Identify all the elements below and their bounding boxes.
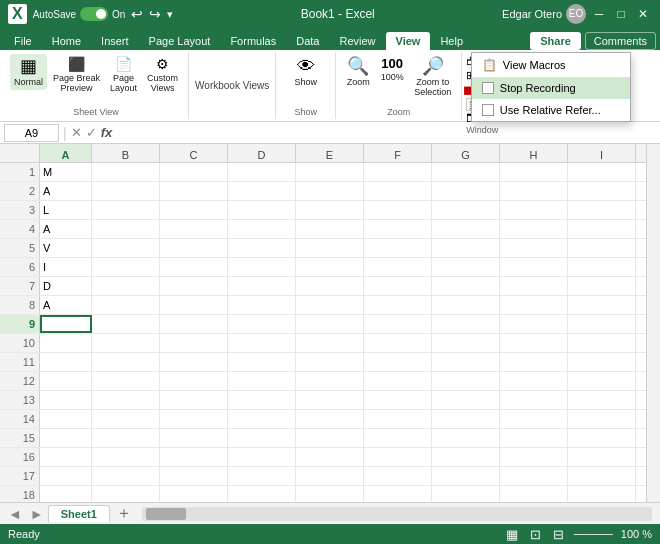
cell[interactable]	[228, 334, 296, 352]
cell[interactable]	[432, 391, 500, 409]
tab-review[interactable]: Review	[329, 32, 385, 50]
cell[interactable]	[296, 334, 364, 352]
minimize-button[interactable]: ─	[590, 5, 608, 23]
cell[interactable]	[296, 163, 364, 181]
cell[interactable]: A	[40, 220, 92, 238]
cell[interactable]	[92, 315, 160, 333]
tab-nav-right[interactable]: ►	[26, 506, 48, 522]
cell[interactable]	[296, 353, 364, 371]
cell[interactable]	[500, 315, 568, 333]
cell[interactable]	[160, 448, 228, 466]
col-header-B[interactable]: B	[92, 144, 160, 162]
tab-help[interactable]: Help	[430, 32, 473, 50]
cell[interactable]	[500, 239, 568, 257]
sheet-tab-sheet1[interactable]: Sheet1	[48, 505, 110, 522]
cell[interactable]	[364, 277, 432, 295]
redo-icon[interactable]: ↪	[149, 6, 161, 22]
cell[interactable]	[40, 315, 92, 333]
formula-input[interactable]	[116, 124, 656, 142]
cell[interactable]	[228, 277, 296, 295]
cell[interactable]	[568, 258, 636, 276]
cell[interactable]	[92, 163, 160, 181]
cell[interactable]	[432, 486, 500, 502]
page-layout-view-button[interactable]: 📄 PageLayout	[106, 54, 141, 96]
cell[interactable]	[568, 334, 636, 352]
undo-icon[interactable]: ↩	[131, 6, 143, 22]
cell[interactable]	[228, 163, 296, 181]
cell[interactable]	[92, 353, 160, 371]
cell[interactable]	[40, 410, 92, 428]
col-header-G[interactable]: G	[432, 144, 500, 162]
cell[interactable]: A	[40, 182, 92, 200]
cell[interactable]	[160, 163, 228, 181]
page-break-status-button[interactable]: ⊟	[551, 527, 566, 542]
cell[interactable]	[228, 391, 296, 409]
cell[interactable]	[92, 201, 160, 219]
cell[interactable]	[228, 315, 296, 333]
cell[interactable]	[364, 334, 432, 352]
cell[interactable]	[160, 201, 228, 219]
cell[interactable]	[568, 220, 636, 238]
cell[interactable]	[364, 220, 432, 238]
cell[interactable]	[568, 372, 636, 390]
cell[interactable]	[40, 429, 92, 447]
confirm-formula-icon[interactable]: ✓	[86, 125, 97, 140]
cell[interactable]	[364, 353, 432, 371]
show-button[interactable]: 👁 Show	[290, 54, 322, 90]
cell[interactable]	[160, 353, 228, 371]
cell[interactable]	[92, 372, 160, 390]
cell[interactable]	[364, 448, 432, 466]
cell[interactable]	[500, 448, 568, 466]
cell[interactable]	[160, 315, 228, 333]
cell[interactable]	[296, 467, 364, 485]
cell[interactable]	[568, 353, 636, 371]
cell[interactable]	[568, 182, 636, 200]
cell[interactable]	[40, 448, 92, 466]
cell[interactable]	[364, 315, 432, 333]
custom-views-button[interactable]: ⚙ CustomViews	[143, 54, 182, 96]
cell[interactable]	[160, 334, 228, 352]
cell[interactable]: A	[40, 296, 92, 314]
cell[interactable]	[160, 296, 228, 314]
cell[interactable]	[568, 277, 636, 295]
cell[interactable]	[160, 467, 228, 485]
cell[interactable]	[568, 201, 636, 219]
cell[interactable]	[432, 201, 500, 219]
cell[interactable]	[500, 277, 568, 295]
cell[interactable]	[228, 486, 296, 502]
cell[interactable]	[500, 258, 568, 276]
cell[interactable]	[160, 239, 228, 257]
cell[interactable]	[228, 296, 296, 314]
cell[interactable]	[432, 239, 500, 257]
cell[interactable]	[92, 277, 160, 295]
cell[interactable]	[228, 410, 296, 428]
cell[interactable]	[432, 296, 500, 314]
cell[interactable]	[92, 467, 160, 485]
cell[interactable]	[364, 239, 432, 257]
cell[interactable]: M	[40, 163, 92, 181]
maximize-button[interactable]: □	[612, 5, 630, 23]
tab-home[interactable]: Home	[42, 32, 91, 50]
cell[interactable]	[40, 334, 92, 352]
cell[interactable]	[500, 467, 568, 485]
cell[interactable]	[92, 486, 160, 502]
col-header-C[interactable]: C	[160, 144, 228, 162]
tab-page-layout[interactable]: Page Layout	[139, 32, 221, 50]
cell[interactable]	[432, 315, 500, 333]
cell[interactable]	[228, 429, 296, 447]
add-sheet-button[interactable]: ＋	[110, 503, 138, 524]
cell[interactable]	[228, 182, 296, 200]
cell[interactable]	[296, 391, 364, 409]
cell[interactable]	[432, 334, 500, 352]
share-button[interactable]: Share	[530, 32, 581, 50]
cell[interactable]	[228, 467, 296, 485]
cell[interactable]	[40, 353, 92, 371]
cell[interactable]	[296, 182, 364, 200]
cell[interactable]	[160, 410, 228, 428]
cell[interactable]	[228, 201, 296, 219]
cell[interactable]	[92, 391, 160, 409]
cell[interactable]	[432, 372, 500, 390]
page-layout-status-button[interactable]: ⊡	[528, 527, 543, 542]
cell[interactable]	[568, 467, 636, 485]
cell[interactable]	[364, 486, 432, 502]
